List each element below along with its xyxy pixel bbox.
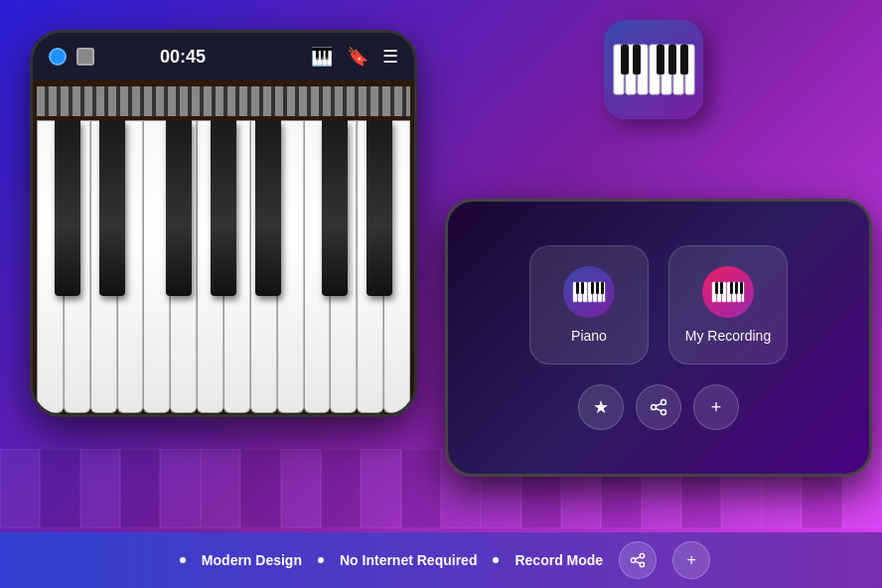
white-key[interactable]: [90, 120, 117, 413]
svg-rect-22: [596, 282, 599, 294]
piano-icon-svg: [572, 281, 606, 303]
white-key[interactable]: [197, 120, 223, 413]
white-key[interactable]: [223, 120, 250, 413]
svg-rect-33: [730, 282, 733, 294]
piano-keyboard[interactable]: [33, 80, 414, 417]
share-button[interactable]: [636, 384, 681, 430]
feature-no-internet: No Internet Required: [340, 552, 477, 568]
white-key[interactable]: [357, 120, 383, 413]
white-key[interactable]: [330, 120, 357, 413]
white-key[interactable]: [117, 120, 144, 413]
svg-point-42: [631, 558, 635, 562]
svg-line-40: [657, 409, 662, 411]
svg-line-45: [636, 561, 640, 563]
bottom-share-icon: [630, 552, 646, 568]
white-key[interactable]: [143, 120, 170, 413]
piano-label: Piano: [571, 328, 607, 344]
svg-rect-7: [621, 45, 629, 74]
white-key[interactable]: [170, 120, 197, 413]
bg-key: [160, 449, 200, 528]
bottom-bar: Modern Design No Internet Required Recor…: [0, 532, 882, 588]
svg-rect-10: [668, 45, 676, 74]
phone-landscape: Piano My Recor: [445, 199, 872, 477]
svg-rect-8: [633, 45, 641, 74]
white-key[interactable]: [250, 120, 277, 413]
svg-rect-21: [591, 282, 594, 294]
svg-point-43: [640, 562, 644, 566]
my-recording-label: My Recording: [685, 328, 771, 344]
recording-icon-svg: [711, 281, 745, 303]
header-icons-group: 🎹 🔖 ☰: [311, 46, 398, 68]
action-buttons: ★ +: [578, 384, 739, 430]
bullet-2: [318, 557, 324, 563]
add-button[interactable]: +: [693, 384, 739, 430]
bg-key: [40, 449, 79, 528]
bg-key: [240, 449, 280, 528]
white-key[interactable]: [37, 120, 64, 413]
svg-point-38: [662, 410, 666, 415]
piano-menu-item[interactable]: Piano: [529, 245, 649, 365]
svg-point-36: [662, 400, 666, 405]
bullet-1: [180, 557, 186, 563]
bg-key: [361, 449, 400, 528]
white-key[interactable]: [304, 120, 331, 413]
svg-rect-31: [715, 282, 718, 294]
star-button[interactable]: ★: [578, 384, 624, 430]
app-icon-piano-svg: [612, 43, 696, 97]
bg-key: [281, 449, 321, 528]
white-key[interactable]: [277, 120, 304, 413]
piano-icon[interactable]: 🎹: [311, 46, 333, 68]
bg-key: [120, 449, 160, 528]
bottom-share-button[interactable]: [619, 541, 657, 579]
svg-line-44: [636, 557, 640, 559]
svg-rect-35: [740, 282, 743, 294]
white-key[interactable]: [383, 120, 410, 413]
svg-rect-19: [576, 282, 579, 294]
white-key[interactable]: [64, 120, 90, 413]
bg-key: [80, 449, 120, 528]
svg-rect-9: [657, 45, 664, 74]
bookmark-icon[interactable]: 🔖: [347, 46, 368, 68]
bullet-3: [493, 557, 499, 563]
status-bar: 00:45 🎹 🔖 ☰: [33, 33, 414, 80]
feature-modern-design: Modern Design: [202, 552, 302, 568]
menu-icon[interactable]: ☰: [382, 46, 398, 68]
svg-point-41: [640, 553, 644, 557]
svg-rect-23: [601, 282, 604, 294]
bg-key: [0, 449, 40, 528]
bg-key: [321, 449, 361, 528]
menu-grid: Piano My Recor: [529, 245, 788, 365]
bg-key: [401, 449, 441, 528]
bg-key: [201, 449, 240, 528]
octave-mini-display: [37, 86, 410, 116]
phone-portrait: 00:45 🎹 🔖 ☰: [30, 30, 417, 417]
svg-rect-34: [735, 282, 738, 294]
svg-rect-20: [581, 282, 584, 294]
recording-menu-icon: [702, 266, 754, 318]
timer-display: 00:45: [65, 47, 301, 68]
my-recording-menu-item[interactable]: My Recording: [668, 245, 788, 365]
svg-line-39: [657, 404, 662, 406]
bottom-add-button[interactable]: +: [672, 541, 710, 579]
svg-point-37: [652, 405, 657, 410]
app-icon: [604, 20, 703, 119]
keys-container[interactable]: [37, 120, 410, 413]
svg-rect-11: [680, 45, 688, 74]
piano-menu-icon: [563, 266, 615, 318]
svg-rect-32: [720, 282, 723, 294]
feature-record-mode: Record Mode: [514, 552, 603, 568]
share-icon: [650, 398, 667, 416]
